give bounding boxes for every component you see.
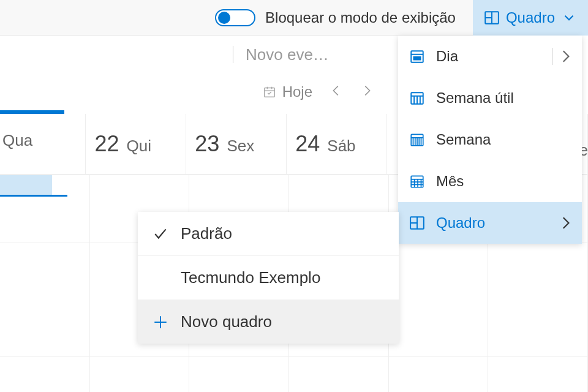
check-icon bbox=[153, 226, 168, 242]
day-name: Qui bbox=[126, 137, 151, 156]
calendar-col[interactable] bbox=[0, 175, 90, 392]
day-name: Sex bbox=[227, 137, 254, 156]
view-mode-label: Quadro bbox=[506, 9, 555, 26]
submenu-item-new[interactable]: Novo quadro bbox=[138, 300, 399, 344]
day-header-wed[interactable]: Qua bbox=[0, 114, 86, 174]
day-name: Sáb bbox=[327, 137, 355, 156]
lock-view-toggle[interactable] bbox=[215, 9, 255, 26]
day-header-fri[interactable]: 23 Sex bbox=[186, 114, 287, 174]
chevron-right-icon bbox=[557, 48, 573, 64]
new-event-button[interactable]: Novo eve… bbox=[233, 45, 329, 64]
week-icon bbox=[409, 132, 425, 148]
plus-icon bbox=[153, 314, 168, 330]
calendar-today-icon bbox=[263, 85, 276, 99]
view-item-day[interactable]: Dia bbox=[398, 36, 582, 77]
submenu-label: Padrão bbox=[181, 224, 232, 243]
view-item-label: Mês bbox=[436, 173, 464, 190]
spacer bbox=[153, 270, 168, 286]
day-num: 23 bbox=[195, 131, 219, 157]
submenu-label: Tecmundo Exemplo bbox=[181, 268, 320, 287]
svg-rect-9 bbox=[413, 56, 421, 61]
next-arrow[interactable] bbox=[360, 84, 374, 100]
day-header-sat[interactable]: 24 Sáb bbox=[287, 114, 387, 174]
view-item-month[interactable]: Mês bbox=[398, 160, 582, 202]
svg-rect-3 bbox=[264, 88, 274, 97]
submenu-item-example[interactable]: Tecmundo Exemplo bbox=[138, 256, 399, 300]
event-block[interactable] bbox=[0, 175, 52, 195]
view-mode-button[interactable]: Quadro bbox=[473, 0, 588, 36]
view-menu: Dia Semana útil Semana bbox=[398, 36, 582, 244]
chevron-down-icon bbox=[561, 10, 577, 26]
day-num: 24 bbox=[295, 131, 320, 157]
lock-view-toggle-container: Bloquear o modo de exibição bbox=[215, 9, 456, 26]
board-icon bbox=[484, 10, 500, 26]
arrow-left-icon bbox=[330, 84, 343, 97]
row-line bbox=[488, 356, 587, 357]
lock-view-label: Bloquear o modo de exibição bbox=[265, 9, 456, 26]
event-underline bbox=[0, 195, 67, 197]
board-icon bbox=[409, 215, 425, 231]
view-item-label: Quadro bbox=[436, 214, 485, 232]
view-item-workweek[interactable]: Semana útil bbox=[398, 77, 582, 119]
view-item-label: Semana bbox=[436, 131, 491, 148]
row-line bbox=[189, 356, 288, 357]
toggle-knob bbox=[218, 12, 230, 24]
board-submenu: Padrão Tecmundo Exemplo Novo quadro bbox=[138, 212, 399, 344]
submenu-label: Novo quadro bbox=[181, 312, 272, 331]
view-item-label: Dia bbox=[436, 48, 458, 65]
day-icon bbox=[409, 48, 425, 64]
arrow-right-icon bbox=[360, 84, 374, 97]
new-event-label: Novo eve… bbox=[246, 45, 329, 64]
today-button[interactable]: Hoje bbox=[263, 83, 312, 100]
row-line bbox=[90, 356, 189, 357]
day-name: Qua bbox=[2, 131, 32, 150]
view-item-board[interactable]: Quadro bbox=[398, 202, 582, 244]
prev-arrow[interactable] bbox=[330, 84, 343, 100]
workweek-icon bbox=[409, 90, 425, 106]
view-item-week[interactable]: Semana bbox=[398, 119, 582, 160]
view-item-label: Semana útil bbox=[436, 89, 514, 107]
month-icon bbox=[409, 173, 425, 189]
day-header-thu[interactable]: 22 Qui bbox=[86, 114, 186, 174]
row-line bbox=[0, 243, 89, 243]
row-line bbox=[289, 356, 388, 357]
top-bar: Bloquear o modo de exibição Quadro bbox=[0, 0, 588, 36]
day-num: 22 bbox=[94, 131, 119, 157]
chevron-right-icon bbox=[557, 215, 573, 231]
row-line bbox=[389, 356, 488, 357]
row-line bbox=[0, 356, 89, 357]
divider bbox=[552, 48, 552, 65]
today-label: Hoje bbox=[282, 83, 312, 100]
submenu-item-default[interactable]: Padrão bbox=[138, 212, 399, 256]
divider bbox=[233, 46, 233, 63]
